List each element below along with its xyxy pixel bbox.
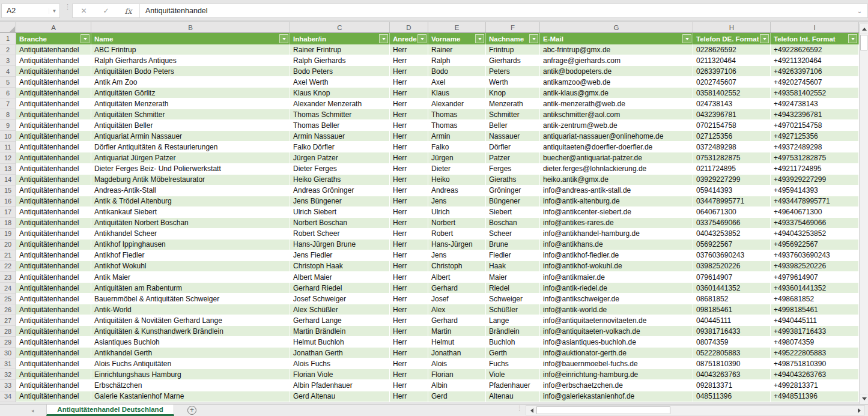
table-column-header[interactable]: Anrede — [390, 33, 428, 44]
cell[interactable]: Antiquitätenhandel — [16, 185, 91, 196]
filter-dropdown-icon[interactable] — [379, 34, 388, 43]
cell[interactable]: Antiquitäten Görlitz — [91, 88, 290, 98]
cell[interactable]: Antiquitäten Beller — [91, 120, 290, 131]
cell[interactable]: info@antikhandel-hamburg.de — [540, 229, 693, 240]
cell[interactable]: Gerhard — [428, 315, 486, 326]
cell[interactable]: Herr — [390, 120, 428, 131]
cell[interactable]: Viole — [486, 369, 540, 380]
cell[interactable]: antik-zentrum@web.de — [540, 120, 693, 131]
cell[interactable]: Herr — [390, 185, 428, 196]
cell[interactable]: 092813371 — [693, 380, 771, 391]
cell[interactable]: Antikankauf Siebert — [91, 207, 290, 218]
filter-dropdown-icon[interactable] — [279, 34, 288, 43]
row-header[interactable]: 5 — [0, 77, 16, 88]
cell[interactable]: Dörfler Antiquitäten & Restaurierungen — [91, 142, 290, 152]
cell[interactable]: Thomas Schmitter — [290, 109, 390, 120]
cell[interactable]: Herr — [390, 55, 428, 66]
cell[interactable]: Andreas Gröninger — [290, 185, 390, 196]
cell[interactable]: 024738143 — [693, 98, 771, 109]
column-header-i[interactable]: I — [771, 22, 859, 32]
cell[interactable]: Riedel — [486, 283, 540, 294]
cell[interactable]: 03581402552 — [693, 88, 771, 98]
cell[interactable]: +498681852 — [771, 294, 859, 304]
cell[interactable]: 04043253852 — [693, 229, 771, 240]
cell[interactable]: Patzer — [486, 152, 540, 163]
cell[interactable]: antikschmitter@aol.com — [540, 109, 693, 120]
cell[interactable]: antik@bodopeters.de — [540, 66, 693, 77]
cell[interactable]: Thomas Beller — [290, 120, 390, 131]
cell[interactable]: Herr — [390, 175, 428, 185]
cell[interactable]: Erbschätzchen — [91, 380, 290, 391]
cell[interactable]: +4927125356 — [771, 131, 859, 142]
cell[interactable]: +498074359 — [771, 337, 859, 348]
cell[interactable]: Ralph Gierhards — [290, 55, 390, 66]
cell[interactable]: Herr — [390, 131, 428, 142]
cell[interactable]: Herr — [390, 88, 428, 98]
cell[interactable]: Norbert Boschan — [290, 218, 390, 229]
cell[interactable]: Thomas — [428, 120, 486, 131]
cell[interactable]: Antiquitätenhandel — [16, 261, 91, 272]
cell[interactable]: Albin Pfadenhauer — [290, 380, 390, 391]
table-column-header[interactable]: Telefon DE. Format — [693, 33, 771, 44]
cell[interactable]: +4924738143 — [771, 98, 859, 109]
row-header[interactable]: 1 — [0, 33, 16, 44]
cell[interactable]: 03929227299 — [693, 175, 771, 185]
cell[interactable]: Dieter — [428, 164, 486, 175]
cell[interactable]: Martin Brändlein — [290, 326, 390, 337]
row-header[interactable]: 30 — [0, 348, 16, 358]
table-column-header[interactable]: Nachname — [486, 33, 540, 44]
cell[interactable]: Alex — [428, 304, 486, 315]
cell[interactable]: 08751810390 — [693, 358, 771, 369]
horizontal-scrollbar-thumb[interactable] — [536, 406, 670, 414]
cell[interactable]: +493982520226 — [771, 261, 859, 272]
filter-dropdown-icon[interactable] — [529, 34, 538, 43]
cell[interactable]: Antiquitäten Bodo Peters — [91, 66, 290, 77]
cell[interactable]: Herr — [390, 326, 428, 337]
cell[interactable]: Antiquitätenhandel — [16, 142, 91, 152]
cell[interactable]: Antiquariat Armin Nassauer — [91, 131, 290, 142]
cell[interactable]: Herr — [390, 142, 428, 152]
cell[interactable]: +497531282875 — [771, 152, 859, 163]
column-header-h[interactable]: H — [693, 22, 771, 32]
cell[interactable]: Maier — [486, 272, 540, 283]
cell[interactable]: info@antikschweiger.de — [540, 294, 693, 304]
cell[interactable]: buecher@antiquariat-patzer.de — [540, 152, 693, 163]
cell[interactable]: Antikhof Ippinghausen — [91, 240, 290, 250]
cell[interactable]: Nassauer — [486, 131, 540, 142]
cell[interactable]: Antiquitätenhandel — [16, 175, 91, 185]
cell[interactable]: Dieter Ferges Beiz- Und Polierwerkstatt — [91, 164, 290, 175]
cell[interactable]: Brändlein — [486, 326, 540, 337]
row-header[interactable]: 2 — [0, 44, 16, 55]
cell[interactable]: Herr — [390, 315, 428, 326]
cell[interactable]: 09381716433 — [693, 326, 771, 337]
cell[interactable]: Antiquitätenhandel — [16, 109, 91, 120]
column-header-c[interactable]: C — [290, 22, 390, 32]
cell[interactable]: Herr — [390, 240, 428, 250]
cell[interactable]: +4956922567 — [771, 240, 859, 250]
cell[interactable]: Antiquitäten Menzerath — [91, 98, 290, 109]
cell[interactable]: 03601441352 — [693, 283, 771, 294]
vertical-scrollbar[interactable] — [859, 24, 868, 404]
table-column-header[interactable]: Branche — [16, 33, 91, 44]
cell[interactable]: Jürgen Patzer — [290, 152, 390, 163]
cell[interactable]: Herr — [390, 164, 428, 175]
filter-dropdown-icon[interactable] — [682, 34, 691, 43]
cell[interactable]: info@antik-world.de — [540, 304, 693, 315]
cell[interactable]: Herr — [390, 380, 428, 391]
column-header-g[interactable]: G — [540, 22, 693, 32]
cell[interactable]: Antikhandel Scheer — [91, 229, 290, 240]
row-header[interactable]: 12 — [0, 152, 16, 163]
cell[interactable]: info@antikmaier.de — [540, 272, 693, 283]
cell[interactable]: Armin — [428, 131, 486, 142]
cell[interactable]: Klaus — [428, 88, 486, 98]
cell[interactable]: Dörfler — [486, 142, 540, 152]
cell[interactable]: Jens — [428, 196, 486, 207]
cell[interactable]: Gerhard Riedel — [290, 283, 390, 294]
column-header-e[interactable]: E — [428, 22, 486, 32]
cell[interactable]: Herr — [390, 207, 428, 218]
row-header[interactable]: 27 — [0, 315, 16, 326]
cell[interactable]: Gerd — [428, 391, 486, 402]
cell[interactable]: Antiquitätenhandel — [16, 348, 91, 358]
cell[interactable]: dieter.ferges@lohnlackierung.de — [540, 164, 693, 175]
cell[interactable]: Herr — [390, 348, 428, 358]
